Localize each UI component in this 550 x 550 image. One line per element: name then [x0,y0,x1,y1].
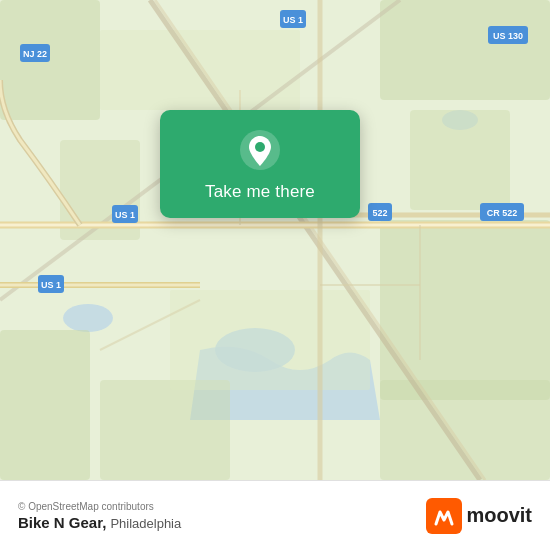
location-pin-icon [238,128,282,172]
take-me-there-button[interactable]: Take me there [205,182,315,202]
svg-text:NJ 22: NJ 22 [23,49,47,59]
svg-text:US 1: US 1 [41,280,61,290]
svg-text:US 1: US 1 [283,15,303,25]
osm-credit: © OpenStreetMap contributors [18,501,181,512]
svg-text:US 130: US 130 [493,31,523,41]
moovit-brand-icon [426,498,462,534]
bottom-bar: © OpenStreetMap contributors Bike N Gear… [0,480,550,550]
svg-rect-44 [426,498,462,534]
svg-rect-9 [410,110,510,210]
moovit-text: moovit [466,504,532,527]
place-city: Philadelphia [110,516,181,531]
take-me-there-popup[interactable]: Take me there [160,110,360,218]
place-name: Bike N Gear, [18,514,106,531]
map-container: NJ 22 US 1 US 130 US 1 US 1 522 CR 522 [0,0,550,480]
svg-text:CR 522: CR 522 [487,208,518,218]
svg-point-43 [255,142,265,152]
svg-rect-7 [0,330,90,480]
svg-text:522: 522 [372,208,387,218]
svg-rect-11 [380,380,550,480]
svg-rect-10 [100,380,230,480]
svg-rect-5 [380,0,550,100]
svg-text:US 1: US 1 [115,210,135,220]
svg-rect-4 [0,0,100,120]
svg-rect-13 [170,290,370,390]
svg-point-2 [63,304,113,332]
bottom-left-info: © OpenStreetMap contributors Bike N Gear… [18,501,181,531]
moovit-logo: moovit [426,498,532,534]
